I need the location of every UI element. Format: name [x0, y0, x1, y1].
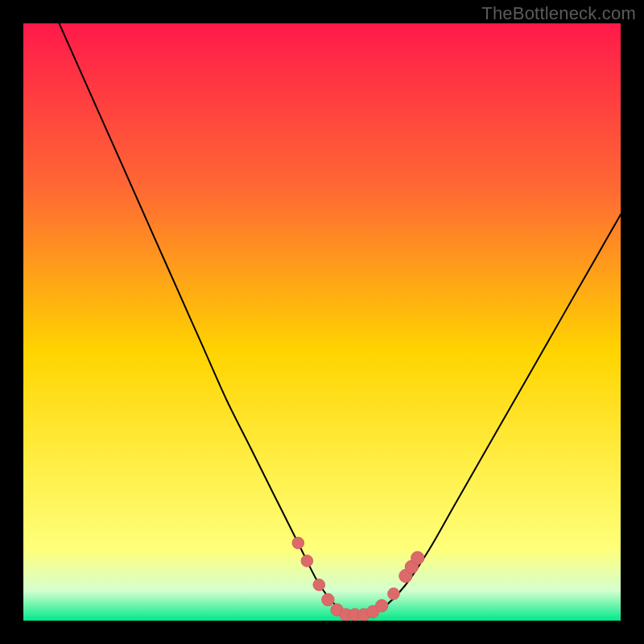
- gradient-background: [23, 23, 621, 621]
- marker-point: [292, 537, 304, 549]
- bottleneck-chart: [23, 23, 621, 621]
- marker-point: [388, 588, 400, 600]
- plot-area: [23, 23, 621, 621]
- marker-point: [376, 600, 388, 612]
- marker-point: [411, 551, 424, 564]
- marker-point: [301, 555, 313, 568]
- chart-container: TheBottleneck.com: [0, 0, 644, 644]
- marker-point: [313, 579, 325, 591]
- attribution-label: TheBottleneck.com: [481, 3, 636, 24]
- marker-point: [322, 593, 334, 605]
